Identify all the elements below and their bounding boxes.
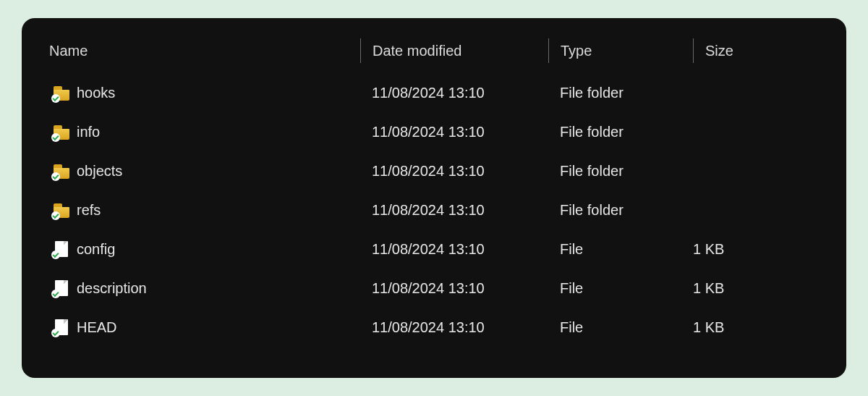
file-name: description: [77, 280, 147, 297]
file-row[interactable]: info11/08/2024 13:10File folder: [42, 112, 826, 151]
column-header-size[interactable]: Size: [693, 38, 826, 63]
folder-icon: [54, 124, 69, 140]
file-name: HEAD: [77, 319, 117, 336]
file-name: refs: [77, 202, 101, 219]
column-label: Type: [561, 43, 592, 59]
column-header-date[interactable]: Date modified: [360, 38, 548, 63]
file-size: 1 KB: [693, 241, 724, 258]
file-size: 1 KB: [693, 280, 724, 297]
file-type: File folder: [560, 85, 624, 101]
file-type: File folder: [560, 202, 624, 219]
file-icon: [54, 319, 69, 335]
folder-icon: [54, 85, 69, 101]
file-row[interactable]: config11/08/2024 13:10File1 KB: [42, 229, 826, 269]
file-type: File: [560, 241, 583, 258]
column-label: Size: [705, 43, 733, 59]
check-badge-icon: [51, 94, 60, 103]
file-date: 11/08/2024 13:10: [372, 124, 485, 140]
folder-icon: [54, 202, 69, 218]
file-date: 11/08/2024 13:10: [372, 163, 485, 180]
file-date: 11/08/2024 13:10: [372, 280, 485, 297]
file-name: config: [77, 241, 115, 258]
file-type: File folder: [560, 124, 624, 140]
file-name: info: [77, 124, 100, 140]
file-type: File folder: [560, 163, 624, 180]
column-header-name[interactable]: Name: [42, 43, 360, 59]
file-list: hooks11/08/2024 13:10File folderinfo11/0…: [42, 73, 826, 347]
check-badge-icon: [51, 211, 60, 220]
file-size: 1 KB: [693, 319, 724, 336]
check-badge-icon: [51, 172, 60, 181]
file-explorer-panel: Name Date modified Type Size hooks11/08/…: [22, 18, 846, 378]
file-name: hooks: [77, 85, 115, 101]
column-header-type[interactable]: Type: [548, 38, 693, 63]
file-date: 11/08/2024 13:10: [372, 241, 485, 258]
folder-icon: [54, 163, 69, 179]
check-badge-icon: [51, 329, 60, 337]
column-label: Name: [49, 43, 88, 59]
file-type: File: [560, 280, 583, 297]
file-row[interactable]: hooks11/08/2024 13:10File folder: [42, 73, 826, 112]
check-badge-icon: [51, 250, 60, 259]
check-badge-icon: [51, 133, 60, 142]
file-name: objects: [77, 163, 122, 180]
file-date: 11/08/2024 13:10: [372, 319, 485, 336]
column-header-row: Name Date modified Type Size: [42, 31, 826, 73]
file-row[interactable]: refs11/08/2024 13:10File folder: [42, 190, 826, 229]
file-icon: [54, 280, 69, 296]
file-date: 11/08/2024 13:10: [372, 85, 485, 101]
file-icon: [54, 241, 69, 257]
check-badge-icon: [51, 290, 60, 298]
file-row[interactable]: description11/08/2024 13:10File1 KB: [42, 269, 826, 308]
file-type: File: [560, 319, 583, 336]
file-row[interactable]: HEAD11/08/2024 13:10File1 KB: [42, 308, 826, 347]
column-label: Date modified: [373, 43, 461, 59]
file-row[interactable]: objects11/08/2024 13:10File folder: [42, 151, 826, 190]
file-date: 11/08/2024 13:10: [372, 202, 485, 219]
